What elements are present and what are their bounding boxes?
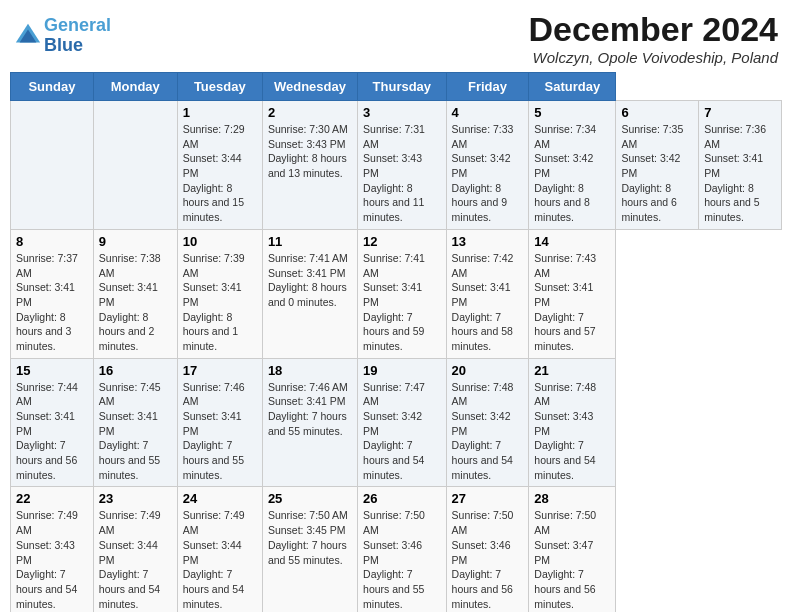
calendar-cell: 7Sunrise: 7:36 AMSunset: 3:41 PMDaylight… [699,101,782,230]
day-header-wednesday: Wednesday [262,73,357,101]
logo-icon [14,22,42,50]
calendar-cell: 11Sunrise: 7:41 AMSunset: 3:41 PMDayligh… [262,229,357,358]
calendar-cell: 1Sunrise: 7:29 AMSunset: 3:44 PMDaylight… [177,101,262,230]
page-header: General Blue December 2024 Wolczyn, Opol… [10,10,782,66]
day-number: 3 [363,105,441,120]
week-row-3: 15Sunrise: 7:44 AMSunset: 3:41 PMDayligh… [11,358,782,487]
day-number: 18 [268,363,352,378]
title-block: December 2024 Wolczyn, Opole Voivodeship… [528,10,778,66]
calendar-cell: 19Sunrise: 7:47 AMSunset: 3:42 PMDayligh… [358,358,447,487]
day-info: Sunrise: 7:37 AMSunset: 3:41 PMDaylight:… [16,251,88,354]
calendar-cell: 4Sunrise: 7:33 AMSunset: 3:42 PMDaylight… [446,101,529,230]
day-info: Sunrise: 7:50 AMSunset: 3:46 PMDaylight:… [363,508,441,611]
day-number: 1 [183,105,257,120]
day-info: Sunrise: 7:38 AMSunset: 3:41 PMDaylight:… [99,251,172,354]
day-info: Sunrise: 7:39 AMSunset: 3:41 PMDaylight:… [183,251,257,354]
calendar-cell: 13Sunrise: 7:42 AMSunset: 3:41 PMDayligh… [446,229,529,358]
calendar-cell: 22Sunrise: 7:49 AMSunset: 3:43 PMDayligh… [11,487,94,612]
week-row-2: 8Sunrise: 7:37 AMSunset: 3:41 PMDaylight… [11,229,782,358]
day-info: Sunrise: 7:46 AMSunset: 3:41 PMDaylight:… [268,380,352,439]
day-info: Sunrise: 7:35 AMSunset: 3:42 PMDaylight:… [621,122,693,225]
calendar-cell: 28Sunrise: 7:50 AMSunset: 3:47 PMDayligh… [529,487,616,612]
day-number: 17 [183,363,257,378]
day-info: Sunrise: 7:30 AMSunset: 3:43 PMDaylight:… [268,122,352,181]
calendar-cell: 20Sunrise: 7:48 AMSunset: 3:42 PMDayligh… [446,358,529,487]
calendar-cell: 26Sunrise: 7:50 AMSunset: 3:46 PMDayligh… [358,487,447,612]
day-info: Sunrise: 7:49 AMSunset: 3:43 PMDaylight:… [16,508,88,611]
calendar-cell: 27Sunrise: 7:50 AMSunset: 3:46 PMDayligh… [446,487,529,612]
day-number: 8 [16,234,88,249]
day-info: Sunrise: 7:46 AMSunset: 3:41 PMDaylight:… [183,380,257,483]
day-number: 9 [99,234,172,249]
day-number: 24 [183,491,257,506]
day-number: 23 [99,491,172,506]
page-subtitle: Wolczyn, Opole Voivodeship, Poland [528,49,778,66]
page-title: December 2024 [528,10,778,49]
day-header-tuesday: Tuesday [177,73,262,101]
logo: General Blue [14,16,111,56]
day-number: 21 [534,363,610,378]
week-row-1: 1Sunrise: 7:29 AMSunset: 3:44 PMDaylight… [11,101,782,230]
day-header-thursday: Thursday [358,73,447,101]
day-header-friday: Friday [446,73,529,101]
day-info: Sunrise: 7:45 AMSunset: 3:41 PMDaylight:… [99,380,172,483]
day-number: 13 [452,234,524,249]
logo-text: General Blue [44,16,111,56]
calendar-cell: 6Sunrise: 7:35 AMSunset: 3:42 PMDaylight… [616,101,699,230]
day-header-saturday: Saturday [529,73,616,101]
day-info: Sunrise: 7:50 AMSunset: 3:47 PMDaylight:… [534,508,610,611]
day-number: 6 [621,105,693,120]
day-info: Sunrise: 7:42 AMSunset: 3:41 PMDaylight:… [452,251,524,354]
day-info: Sunrise: 7:48 AMSunset: 3:43 PMDaylight:… [534,380,610,483]
day-info: Sunrise: 7:41 AMSunset: 3:41 PMDaylight:… [268,251,352,310]
day-number: 19 [363,363,441,378]
day-info: Sunrise: 7:49 AMSunset: 3:44 PMDaylight:… [183,508,257,611]
day-number: 2 [268,105,352,120]
calendar-cell: 8Sunrise: 7:37 AMSunset: 3:41 PMDaylight… [11,229,94,358]
calendar-cell: 24Sunrise: 7:49 AMSunset: 3:44 PMDayligh… [177,487,262,612]
calendar-cell: 25Sunrise: 7:50 AMSunset: 3:45 PMDayligh… [262,487,357,612]
day-info: Sunrise: 7:29 AMSunset: 3:44 PMDaylight:… [183,122,257,225]
calendar-cell: 21Sunrise: 7:48 AMSunset: 3:43 PMDayligh… [529,358,616,487]
day-number: 20 [452,363,524,378]
calendar-cell: 17Sunrise: 7:46 AMSunset: 3:41 PMDayligh… [177,358,262,487]
day-number: 12 [363,234,441,249]
calendar-cell: 9Sunrise: 7:38 AMSunset: 3:41 PMDaylight… [93,229,177,358]
day-header-monday: Monday [93,73,177,101]
day-number: 28 [534,491,610,506]
day-number: 10 [183,234,257,249]
day-number: 26 [363,491,441,506]
day-number: 25 [268,491,352,506]
day-header-sunday: Sunday [11,73,94,101]
day-number: 14 [534,234,610,249]
day-info: Sunrise: 7:33 AMSunset: 3:42 PMDaylight:… [452,122,524,225]
day-number: 16 [99,363,172,378]
day-info: Sunrise: 7:48 AMSunset: 3:42 PMDaylight:… [452,380,524,483]
calendar-cell: 10Sunrise: 7:39 AMSunset: 3:41 PMDayligh… [177,229,262,358]
calendar-cell: 15Sunrise: 7:44 AMSunset: 3:41 PMDayligh… [11,358,94,487]
day-info: Sunrise: 7:49 AMSunset: 3:44 PMDaylight:… [99,508,172,611]
calendar-cell: 3Sunrise: 7:31 AMSunset: 3:43 PMDaylight… [358,101,447,230]
day-info: Sunrise: 7:36 AMSunset: 3:41 PMDaylight:… [704,122,776,225]
header-row: SundayMondayTuesdayWednesdayThursdayFrid… [11,73,782,101]
calendar-cell: 16Sunrise: 7:45 AMSunset: 3:41 PMDayligh… [93,358,177,487]
day-info: Sunrise: 7:43 AMSunset: 3:41 PMDaylight:… [534,251,610,354]
day-info: Sunrise: 7:31 AMSunset: 3:43 PMDaylight:… [363,122,441,225]
calendar-cell [11,101,94,230]
calendar-cell: 5Sunrise: 7:34 AMSunset: 3:42 PMDaylight… [529,101,616,230]
day-info: Sunrise: 7:50 AMSunset: 3:45 PMDaylight:… [268,508,352,567]
day-number: 7 [704,105,776,120]
calendar-cell: 14Sunrise: 7:43 AMSunset: 3:41 PMDayligh… [529,229,616,358]
day-number: 22 [16,491,88,506]
calendar-cell: 18Sunrise: 7:46 AMSunset: 3:41 PMDayligh… [262,358,357,487]
day-info: Sunrise: 7:41 AMSunset: 3:41 PMDaylight:… [363,251,441,354]
calendar-cell: 2Sunrise: 7:30 AMSunset: 3:43 PMDaylight… [262,101,357,230]
day-number: 15 [16,363,88,378]
day-number: 11 [268,234,352,249]
week-row-4: 22Sunrise: 7:49 AMSunset: 3:43 PMDayligh… [11,487,782,612]
day-number: 4 [452,105,524,120]
day-info: Sunrise: 7:50 AMSunset: 3:46 PMDaylight:… [452,508,524,611]
day-info: Sunrise: 7:34 AMSunset: 3:42 PMDaylight:… [534,122,610,225]
day-number: 27 [452,491,524,506]
day-number: 5 [534,105,610,120]
